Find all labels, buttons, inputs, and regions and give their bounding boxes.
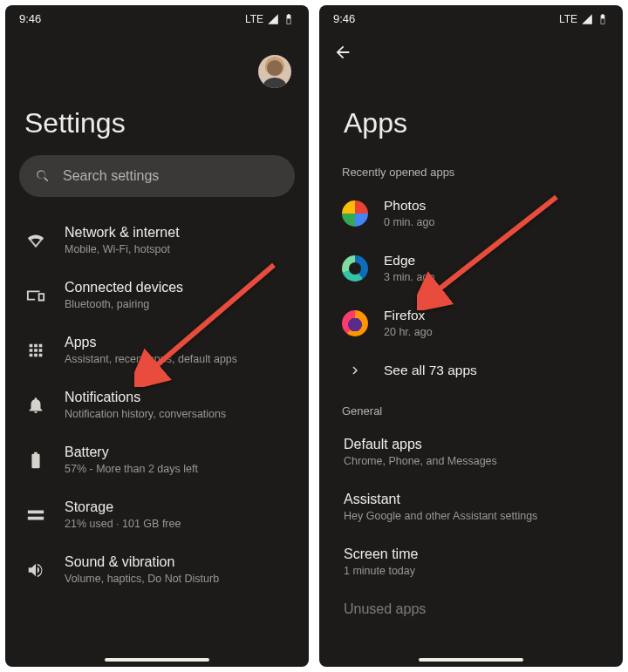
nav-handle[interactable] — [105, 658, 209, 662]
item-sub: 57% - More than 2 days left — [65, 463, 290, 475]
general-list: Default apps Chrome, Phone, and Messages… — [319, 424, 623, 629]
profile-avatar[interactable] — [258, 55, 291, 88]
status-time: 9:46 — [19, 12, 41, 25]
settings-item-sound[interactable]: Sound & vibrationVolume, haptics, Do Not… — [19, 542, 295, 597]
settings-item-connected-devices[interactable]: Connected devicesBluetooth, pairing — [19, 268, 295, 322]
item-label: Apps — [65, 335, 290, 350]
edge-app-icon — [342, 255, 368, 282]
status-bar: 9:46 LTE — [5, 5, 309, 29]
network-label: LTE — [559, 13, 577, 25]
see-all-label: See all 73 apps — [384, 363, 600, 378]
search-settings[interactable]: Search settings — [19, 155, 295, 197]
item-label: Network & internet — [65, 225, 290, 241]
storage-icon — [24, 504, 47, 526]
search-placeholder: Search settings — [63, 168, 159, 184]
app-label: Photos — [384, 198, 600, 214]
item-sub: Bluetooth, pairing — [65, 298, 290, 310]
back-button[interactable] — [333, 43, 352, 65]
item-label: Storage — [65, 499, 290, 515]
item-label: Connected devices — [65, 280, 290, 295]
settings-item-storage[interactable]: Storage21% used · 101 GB free — [19, 487, 295, 542]
recent-header: Recently opened apps — [319, 166, 623, 186]
item-sub: Volume, haptics, Do Not Disturb — [65, 573, 290, 585]
settings-item-apps[interactable]: AppsAssistant, recent apps, default apps — [19, 322, 295, 377]
gen-sub: Chrome, Phone, and Messages — [344, 455, 598, 467]
item-label: Notifications — [65, 390, 290, 405]
sound-icon — [24, 559, 47, 581]
app-sub: 0 min. ago — [384, 216, 600, 228]
recent-apps-list: Photos0 min. ago Edge3 min. ago Firefox2… — [319, 186, 623, 390]
network-label: LTE — [245, 13, 263, 25]
svg-rect-0 — [287, 18, 290, 24]
wifi-icon — [24, 229, 47, 252]
apps-screen: 9:46 LTE Apps Recently opened apps Photo… — [319, 5, 623, 667]
general-item-screen-time[interactable]: Screen time 1 minute today — [331, 534, 611, 589]
item-label: Battery — [65, 445, 290, 460]
item-sub: Mobile, Wi-Fi, hotspot — [65, 243, 290, 255]
gen-sub: 1 minute today — [344, 565, 598, 577]
arrow-back-icon — [333, 43, 352, 62]
general-item-assistant[interactable]: Assistant Hey Google and other Assistant… — [331, 479, 611, 534]
battery-icon — [283, 13, 295, 25]
app-sub: 20 hr. ago — [384, 326, 600, 338]
firefox-app-icon — [342, 310, 368, 336]
gen-label: Assistant — [344, 492, 598, 507]
page-title: Apps — [319, 65, 623, 166]
status-time: 9:46 — [333, 12, 355, 25]
settings-item-network[interactable]: Network & internetMobile, Wi-Fi, hotspot — [19, 213, 295, 268]
general-header: General — [319, 404, 623, 424]
devices-icon — [24, 284, 47, 307]
battery-icon — [597, 13, 609, 25]
chevron-right-icon — [342, 363, 368, 378]
settings-item-battery[interactable]: Battery57% - More than 2 days left — [19, 432, 295, 487]
gen-sub: Hey Google and other Assistant settings — [344, 510, 598, 522]
app-label: Firefox — [384, 308, 600, 323]
gen-label: Screen time — [344, 546, 598, 562]
nav-handle[interactable] — [419, 658, 523, 662]
signal-icon — [581, 13, 593, 25]
battery-std-icon — [24, 449, 47, 472]
apps-icon — [24, 339, 47, 362]
page-title: Settings — [5, 88, 309, 155]
app-item-photos[interactable]: Photos0 min. ago — [330, 186, 612, 241]
gen-label: Default apps — [344, 437, 598, 452]
settings-list: Network & internetMobile, Wi-Fi, hotspot… — [5, 213, 309, 597]
item-sub: Notification history, conversations — [65, 408, 290, 420]
search-icon — [35, 168, 51, 184]
app-item-firefox[interactable]: Firefox20 hr. ago — [330, 295, 612, 350]
status-bar: 9:46 LTE — [319, 5, 623, 29]
item-label: Sound & vibration — [65, 554, 290, 570]
item-sub: 21% used · 101 GB free — [65, 518, 290, 530]
bell-icon — [24, 394, 47, 417]
svg-rect-2 — [601, 18, 604, 24]
app-item-edge[interactable]: Edge3 min. ago — [330, 241, 612, 295]
status-icons: LTE — [559, 13, 609, 25]
status-icons: LTE — [245, 13, 295, 25]
app-sub: 3 min. ago — [384, 271, 600, 283]
general-item-unused-apps[interactable]: Unused apps — [331, 589, 611, 629]
item-sub: Assistant, recent apps, default apps — [65, 353, 290, 365]
see-all-apps[interactable]: See all 73 apps — [330, 350, 612, 390]
photos-app-icon — [342, 200, 368, 227]
signal-icon — [267, 13, 279, 25]
gen-label: Unused apps — [344, 601, 598, 617]
general-item-default-apps[interactable]: Default apps Chrome, Phone, and Messages — [331, 424, 611, 479]
app-label: Edge — [384, 253, 600, 268]
settings-item-notifications[interactable]: NotificationsNotification history, conve… — [19, 377, 295, 432]
settings-screen: 9:46 LTE Settings Search settings Networ… — [5, 5, 309, 667]
